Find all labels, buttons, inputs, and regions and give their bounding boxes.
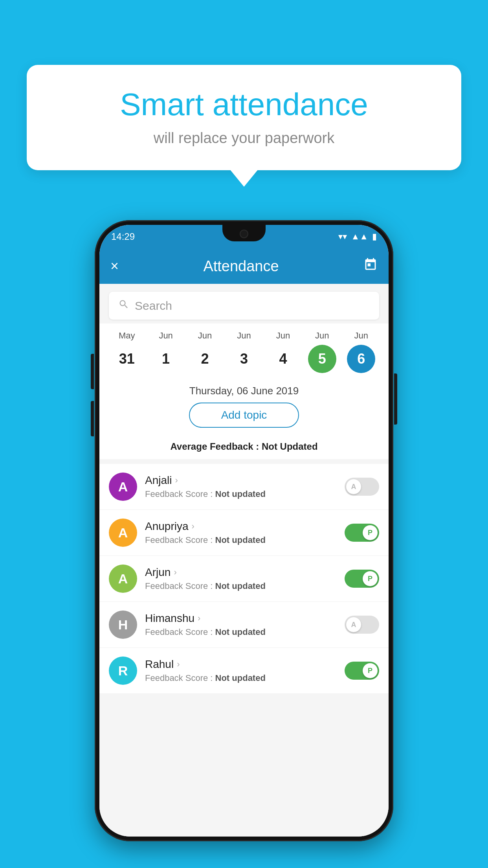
status-time: 14:29 bbox=[111, 231, 135, 242]
student-feedback: Feedback Score : Not updated bbox=[145, 489, 337, 499]
student-name: Himanshu › bbox=[145, 612, 337, 625]
student-avatar: R bbox=[109, 657, 137, 685]
selected-date-label: Thursday, 06 June 2019 bbox=[99, 377, 389, 403]
phone-notch bbox=[222, 225, 266, 241]
student-avatar: A bbox=[109, 473, 137, 501]
attendance-toggle[interactable]: P bbox=[345, 662, 379, 680]
speech-bubble: Smart attendance will replace your paper… bbox=[27, 65, 461, 170]
calendar-day[interactable]: Jun4 bbox=[265, 331, 301, 373]
calendar-day[interactable]: Jun3 bbox=[226, 331, 262, 373]
signal-icon: ▲▲ bbox=[351, 232, 368, 242]
volume-down-button bbox=[91, 354, 94, 389]
phone-mockup: 14:29 ▾▾ ▲▲ ▮ × Attendance bbox=[95, 220, 393, 841]
attendance-toggle[interactable]: P bbox=[345, 570, 379, 588]
attendance-toggle[interactable]: A bbox=[345, 616, 379, 634]
avg-feedback: Average Feedback : Not Updated bbox=[99, 441, 389, 459]
app-content: Search May31Jun1Jun2Jun3Jun4Jun5Jun6 Thu… bbox=[99, 284, 389, 837]
student-item[interactable]: HHimanshu ›Feedback Score : Not updatedA bbox=[99, 602, 389, 648]
student-feedback: Feedback Score : Not updated bbox=[145, 627, 337, 637]
app-header: × Attendance bbox=[99, 248, 389, 284]
calendar-section: May31Jun1Jun2Jun3Jun4Jun5Jun6 bbox=[99, 324, 389, 377]
header-title: Attendance bbox=[203, 258, 279, 275]
search-icon bbox=[118, 299, 129, 313]
student-avatar: A bbox=[109, 565, 137, 593]
calendar-day[interactable]: Jun6 bbox=[343, 331, 379, 373]
student-feedback: Feedback Score : Not updated bbox=[145, 673, 337, 683]
bubble-subtitle: will replace your paperwork bbox=[50, 130, 438, 147]
search-bar[interactable]: Search bbox=[109, 292, 379, 320]
student-feedback: Feedback Score : Not updated bbox=[145, 535, 337, 545]
phone-outer: 14:29 ▾▾ ▲▲ ▮ × Attendance bbox=[95, 220, 393, 841]
phone-screen: 14:29 ▾▾ ▲▲ ▮ × Attendance bbox=[99, 225, 389, 837]
calendar-day[interactable]: May31 bbox=[109, 331, 145, 373]
status-icons: ▾▾ ▲▲ ▮ bbox=[338, 232, 377, 242]
student-name: Anjali › bbox=[145, 474, 337, 487]
calendar-icon[interactable] bbox=[363, 257, 378, 275]
student-feedback: Feedback Score : Not updated bbox=[145, 581, 337, 591]
calendar-day[interactable]: Jun1 bbox=[148, 331, 183, 373]
attendance-toggle[interactable]: A bbox=[345, 478, 379, 496]
add-topic-section: Add topic bbox=[99, 403, 389, 441]
add-topic-button[interactable]: Add topic bbox=[189, 403, 299, 428]
calendar-row: May31Jun1Jun2Jun3Jun4Jun5Jun6 bbox=[103, 324, 385, 373]
student-item[interactable]: AAnupriya ›Feedback Score : Not updatedP bbox=[99, 510, 389, 556]
volume-up-button bbox=[91, 401, 94, 436]
student-item[interactable]: AArjun ›Feedback Score : Not updatedP bbox=[99, 556, 389, 602]
calendar-day[interactable]: Jun5 bbox=[305, 331, 340, 373]
student-avatar: A bbox=[109, 519, 137, 547]
student-name: Rahul › bbox=[145, 658, 337, 671]
student-name: Anupriya › bbox=[145, 520, 337, 533]
student-item[interactable]: AAnjali ›Feedback Score : Not updatedA bbox=[99, 464, 389, 510]
student-list: AAnjali ›Feedback Score : Not updatedAAA… bbox=[99, 464, 389, 694]
bubble-title: Smart attendance bbox=[50, 86, 438, 123]
student-avatar: H bbox=[109, 611, 137, 639]
close-button[interactable]: × bbox=[110, 258, 119, 274]
student-item[interactable]: RRahul ›Feedback Score : Not updatedP bbox=[99, 648, 389, 694]
front-camera bbox=[240, 230, 248, 238]
search-placeholder: Search bbox=[135, 299, 370, 313]
calendar-day[interactable]: Jun2 bbox=[187, 331, 223, 373]
battery-icon: ▮ bbox=[372, 232, 377, 242]
attendance-toggle[interactable]: P bbox=[345, 524, 379, 542]
power-button bbox=[394, 373, 397, 425]
student-name: Arjun › bbox=[145, 566, 337, 579]
wifi-icon: ▾▾ bbox=[338, 232, 347, 242]
